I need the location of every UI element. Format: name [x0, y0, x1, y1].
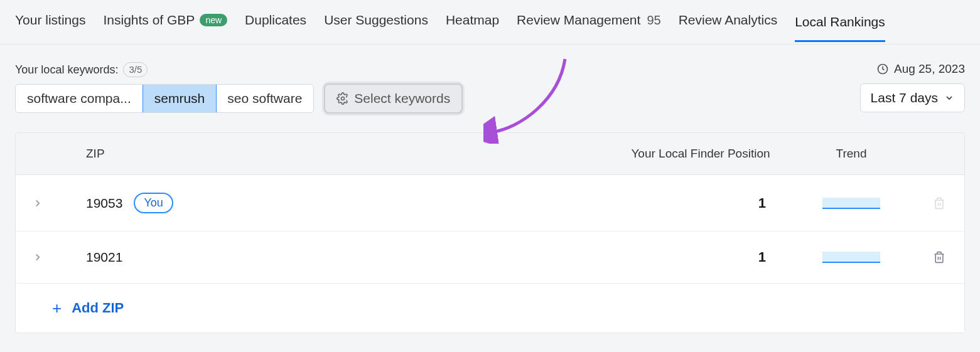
top-tabs: Your listings Insights of GBP new Duplic…	[0, 0, 980, 45]
svg-point-0	[342, 97, 345, 100]
tab-review-management[interactable]: Review Management 95	[517, 9, 661, 35]
tab-label: User Suggestions	[324, 13, 428, 28]
annotation-arrow-icon	[483, 56, 584, 144]
position-value: 1	[613, 249, 789, 265]
tab-label: Insights of GBP	[103, 13, 195, 28]
tab-label: Review Analytics	[679, 13, 778, 28]
controls-row: Your local keywords: 3/5 software compa.…	[0, 45, 980, 119]
position-value: 1	[613, 195, 789, 211]
col-header-zip: ZIP	[60, 147, 613, 161]
clock-icon	[876, 63, 889, 75]
date-stamp: Aug 25, 2023	[876, 62, 965, 76]
keyword-chip[interactable]: semrush	[143, 84, 217, 113]
add-zip-button[interactable]: + Add ZIP	[16, 284, 964, 333]
tab-label: Duplicates	[245, 13, 306, 28]
add-zip-label: Add ZIP	[72, 300, 124, 316]
you-badge: You	[134, 193, 173, 213]
plus-icon: +	[52, 300, 62, 316]
keyword-chip-group: software compa... semrush seo software	[15, 84, 314, 113]
date-range-dropdown[interactable]: Last 7 days	[860, 83, 965, 112]
keyword-chip[interactable]: seo software	[216, 85, 313, 112]
select-keywords-button[interactable]: Select keywords	[324, 83, 463, 114]
chevron-down-icon	[944, 93, 954, 103]
chevron-right-icon	[32, 252, 43, 263]
date-range-label: Last 7 days	[871, 90, 938, 105]
zip-value: 19053	[86, 196, 122, 211]
tab-label: Your listings	[15, 13, 85, 28]
keyword-chip[interactable]: software compa...	[16, 85, 143, 112]
tab-label: Heatmap	[446, 13, 499, 28]
trash-icon	[933, 197, 945, 210]
tab-count: 95	[647, 13, 660, 28]
table-header: ZIP Your Local Finder Position Trend	[16, 133, 964, 175]
select-keywords-label: Select keywords	[354, 91, 450, 106]
tab-heatmap[interactable]: Heatmap	[446, 9, 499, 35]
tab-local-rankings[interactable]: Local Rankings	[795, 11, 885, 42]
tab-review-analytics[interactable]: Review Analytics	[679, 9, 778, 35]
chevron-right-icon	[32, 198, 43, 209]
date-stamp-text: Aug 25, 2023	[894, 62, 965, 76]
zip-table: ZIP Your Local Finder Position Trend 190…	[15, 132, 965, 333]
expand-row-toggle[interactable]	[16, 198, 60, 209]
keywords-count-pill: 3/5	[123, 62, 148, 77]
trash-icon	[933, 251, 945, 264]
trend-sparkline	[822, 252, 880, 263]
col-header-position: Your Local Finder Position	[613, 147, 789, 161]
delete-row-button[interactable]	[914, 197, 964, 210]
keywords-label: Your local keywords:	[15, 63, 118, 77]
tab-user-suggestions[interactable]: User Suggestions	[324, 9, 428, 35]
gear-icon	[337, 92, 349, 105]
tab-duplicates[interactable]: Duplicates	[245, 9, 306, 35]
new-badge: new	[200, 14, 227, 26]
table-row: 19021 1	[16, 232, 964, 284]
tab-label: Local Rankings	[795, 14, 885, 29]
zip-value: 19021	[86, 250, 122, 265]
delete-row-button[interactable]	[914, 251, 964, 264]
expand-row-toggle[interactable]	[16, 252, 60, 263]
tab-your-listings[interactable]: Your listings	[15, 9, 85, 35]
tab-insights-gbp[interactable]: Insights of GBP new	[103, 9, 227, 35]
col-header-trend: Trend	[789, 147, 914, 161]
table-row: 19053 You 1	[16, 175, 964, 232]
trend-sparkline	[822, 198, 880, 209]
tab-label: Review Management	[517, 13, 640, 28]
